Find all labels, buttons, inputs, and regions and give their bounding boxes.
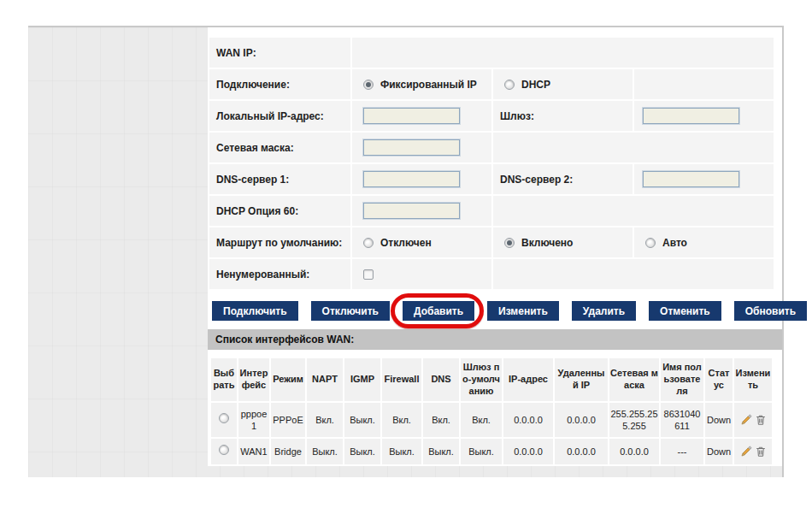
row-select-radio[interactable] bbox=[219, 413, 229, 423]
wan-settings-panel: WAN IP: Подключение: Фиксированный IP DH… bbox=[208, 27, 782, 466]
add-button[interactable]: Добавить bbox=[403, 301, 474, 321]
netmask-input-cell bbox=[352, 133, 491, 162]
napt-cell: Вкл. bbox=[307, 403, 343, 437]
status-cell: Down bbox=[705, 403, 733, 437]
form-row-wan-ip: WAN IP: bbox=[209, 38, 774, 68]
gateway-label: Шлюз: bbox=[500, 110, 534, 122]
username-cell: --- bbox=[661, 439, 703, 464]
connect-button[interactable]: Подключить bbox=[212, 301, 298, 321]
ip-cell: 0.0.0.0 bbox=[503, 439, 553, 464]
dhcp-option60-input[interactable] bbox=[363, 203, 460, 219]
connection-label: Подключение: bbox=[216, 79, 290, 91]
dns1-label-cell: DNS-сервер 1: bbox=[209, 164, 350, 194]
remote-ip-cell: 0.0.0.0 bbox=[555, 403, 608, 437]
empty-cell bbox=[493, 133, 774, 162]
refresh-button[interactable]: Обновить bbox=[734, 301, 807, 321]
local-ip-label-cell: Локальный IP-адрес: bbox=[209, 101, 350, 131]
mode-cell: Bridge bbox=[271, 439, 305, 464]
unnumbered-checkbox[interactable] bbox=[363, 269, 374, 280]
header-remote-ip: Удаленный IP bbox=[555, 358, 608, 401]
empty-cell bbox=[493, 259, 774, 289]
unnumbered-label-cell: Ненумерованный: bbox=[209, 259, 350, 289]
fixed-ip-option-cell: Фиксированный IP bbox=[352, 69, 491, 99]
header-default-gateway: Шлюз по-умолчанию bbox=[461, 358, 502, 401]
gateway-input[interactable] bbox=[643, 108, 739, 124]
dns1-input[interactable] bbox=[363, 171, 460, 187]
form-row-connection: Подключение: Фиксированный IP DHCP bbox=[209, 69, 774, 99]
ip-cell: 0.0.0.0 bbox=[503, 403, 553, 437]
napt-cell: Выкл. bbox=[307, 439, 343, 464]
route-disabled-option-cell: Отключен bbox=[352, 227, 491, 257]
dns-cell: Выкл. bbox=[423, 439, 459, 464]
local-ip-input[interactable] bbox=[363, 108, 460, 124]
wan-toolbar: Подключить Отключить Добавить Изменить У… bbox=[212, 301, 782, 321]
netmask-label: Сетевая маска: bbox=[216, 142, 294, 154]
route-enabled-option[interactable]: Включено bbox=[504, 237, 573, 249]
wan-interfaces-table: Выбрать Интерфейс Режим NAPT IGMP Firewa… bbox=[209, 357, 774, 466]
netmask-input[interactable] bbox=[363, 139, 460, 156]
actions-cell bbox=[734, 439, 772, 464]
dhcp-option[interactable]: DHCP bbox=[504, 79, 550, 91]
interface-cell: WAN1 bbox=[238, 439, 269, 464]
gateway-cell: Вкл. bbox=[461, 403, 502, 437]
empty-cell bbox=[352, 38, 774, 68]
remote-ip-cell: 0.0.0.0 bbox=[555, 439, 608, 464]
route-enabled-radio[interactable] bbox=[504, 238, 515, 248]
delete-button[interactable]: Удалить bbox=[572, 301, 636, 321]
row-select-cell bbox=[211, 403, 237, 437]
igmp-cell: Выкл. bbox=[344, 439, 380, 464]
disconnect-button[interactable]: Отключить bbox=[311, 301, 390, 321]
route-enabled-option-cell: Включено bbox=[493, 227, 633, 257]
gateway-cell: Выкл. bbox=[461, 439, 502, 464]
firewall-cell: Выкл. bbox=[382, 439, 421, 464]
table-row-pppoe1: pppoe1 PPPoE Вкл. Выкл. Вкл. Вкл. Вкл. 0… bbox=[211, 403, 772, 437]
delete-trash-icon[interactable] bbox=[755, 446, 767, 458]
route-auto-label: Авто bbox=[662, 237, 687, 249]
route-disabled-option[interactable]: Отключен bbox=[363, 237, 432, 249]
fixed-ip-option[interactable]: Фиксированный IP bbox=[363, 79, 477, 91]
route-auto-radio[interactable] bbox=[645, 238, 656, 248]
netmask-label-cell: Сетевая маска: bbox=[209, 133, 350, 162]
fixed-ip-radio[interactable] bbox=[363, 80, 374, 90]
highlight-annotation bbox=[391, 293, 484, 328]
form-row-unnumbered: Ненумерованный: bbox=[209, 259, 774, 289]
unnumbered-label: Ненумерованный: bbox=[216, 269, 309, 281]
delete-trash-icon[interactable] bbox=[755, 414, 767, 426]
igmp-cell: Выкл. bbox=[344, 403, 380, 437]
modify-button[interactable]: Изменить bbox=[487, 301, 559, 321]
local-ip-input-cell bbox=[352, 101, 491, 131]
edit-pencil-icon[interactable] bbox=[740, 446, 752, 458]
header-igmp: IGMP bbox=[344, 358, 380, 401]
header-firewall: Firewall bbox=[382, 358, 421, 401]
unnumbered-checkbox-cell bbox=[352, 259, 491, 289]
dhcp-radio[interactable] bbox=[504, 80, 515, 90]
local-ip-label: Локальный IP-адрес: bbox=[216, 110, 324, 122]
dhcp-option-label: DHCP bbox=[521, 79, 550, 91]
form-row-dns: DNS-сервер 1: DNS-сервер 2: bbox=[209, 164, 774, 194]
form-row-local-ip: Локальный IP-адрес: Шлюз: bbox=[209, 101, 774, 131]
route-auto-option[interactable]: Авто bbox=[645, 237, 687, 249]
dns2-label-cell: DNS-сервер 2: bbox=[493, 164, 633, 194]
netmask-cell: 0.0.0.0 bbox=[609, 439, 659, 464]
row-select-cell bbox=[211, 439, 237, 464]
wan-ip-label-cell: WAN IP: bbox=[209, 38, 350, 68]
header-netmask: Сетевая маска bbox=[609, 358, 659, 401]
route-disabled-radio[interactable] bbox=[363, 238, 374, 248]
netmask-cell: 255.255.255.255 bbox=[609, 403, 659, 437]
dns1-input-cell bbox=[352, 164, 491, 194]
gateway-label-cell: Шлюз: bbox=[493, 101, 633, 131]
wan-ip-label: WAN IP: bbox=[216, 47, 256, 59]
header-napt: NAPT bbox=[307, 358, 343, 401]
route-enabled-label: Включено bbox=[521, 237, 573, 249]
edit-pencil-icon[interactable] bbox=[740, 414, 752, 426]
status-cell: Down bbox=[705, 439, 733, 464]
row-select-radio[interactable] bbox=[219, 445, 229, 455]
dns1-label: DNS-сервер 1: bbox=[216, 174, 289, 186]
header-ip-address: IP-адрес bbox=[503, 358, 553, 401]
fixed-ip-option-label: Фиксированный IP bbox=[380, 79, 477, 91]
table-row-wan1: WAN1 Bridge Выкл. Выкл. Выкл. Выкл. Выкл… bbox=[211, 439, 772, 464]
route-auto-option-cell: Авто bbox=[634, 227, 774, 257]
cancel-button[interactable]: Отменить bbox=[649, 301, 721, 321]
dns2-input[interactable] bbox=[643, 171, 739, 187]
section-title: Список интерфейсов WAN: bbox=[215, 334, 354, 346]
